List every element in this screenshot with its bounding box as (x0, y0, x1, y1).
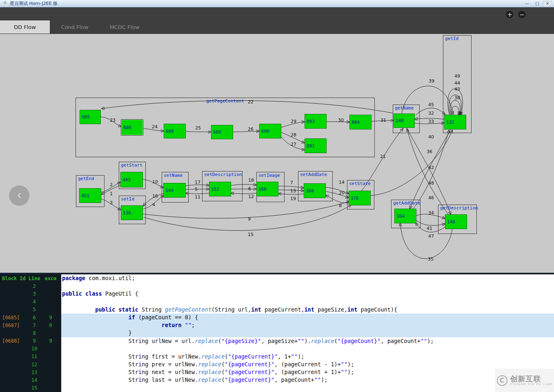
code-line: String last = urlNew.replace("{pageCurre… (61, 376, 554, 384)
flow-node-176[interactable]: 176 (349, 191, 371, 205)
close-button[interactable]: × (543, 1, 552, 7)
code-view[interactable]: package com.moxi.util;public class PageU… (61, 274, 554, 392)
edge-label: 31 (380, 118, 386, 123)
edge-label: 22 (248, 99, 254, 105)
flow-node-690[interactable]: 690 (259, 124, 281, 138)
flow-node-894[interactable]: 894 (349, 115, 372, 129)
edge-label: 9 (248, 216, 251, 222)
zoom-out-button[interactable]: − (518, 10, 526, 19)
app-logo-icon (2, 0, 8, 7)
flow-node-160[interactable]: 160 (256, 182, 278, 196)
gutter-row[interactable]: 3 (0, 290, 61, 298)
edge-label: 42 (428, 165, 434, 170)
code-panel: Block Id Line exce 2345[0685]69[0687]708… (0, 274, 554, 392)
titlebar: 星云测试 Horn-J2EE 版 — □ × (0, 0, 554, 7)
gutter-row[interactable]: 2 (0, 282, 61, 290)
gutter-row[interactable]: 13 (0, 368, 61, 376)
tab-dd-flow[interactable]: DD Flow (0, 20, 50, 33)
gutter-header-exec: exce (42, 276, 59, 281)
edge-label: 36 (427, 149, 432, 154)
maximize-button[interactable]: □ (533, 1, 542, 7)
line-number-cell: 4 (26, 299, 42, 305)
flow-node-689[interactable]: 689 (211, 125, 233, 139)
flow-edge (143, 201, 349, 218)
line-number-cell: 7 (26, 323, 42, 328)
code-line: return ""; (61, 321, 554, 329)
gutter-row[interactable]: [0687]70 (0, 321, 61, 329)
flow-node-686[interactable]: 686 (121, 120, 143, 135)
code-line: String prev = urlNew.replace("{pageCurre… (61, 361, 554, 368)
gutter-row[interactable]: 15 (0, 384, 61, 392)
flow-node-443[interactable]: 443 (120, 172, 143, 187)
edge-label: 20 (339, 190, 345, 196)
code-line (61, 345, 554, 353)
gutter-row[interactable]: 14 (0, 376, 61, 384)
edge-label: 5 (195, 187, 198, 192)
edge-label: 28 (291, 132, 296, 138)
edge-label: 18 (248, 178, 254, 183)
edge-label: 13 (290, 188, 296, 194)
line-number-cell: 15 (26, 385, 42, 391)
flow-node-891[interactable]: 891 (305, 138, 327, 153)
exec-count-cell: 9 (42, 338, 59, 344)
gutter-row[interactable]: [0688]99 (0, 337, 61, 345)
gutter-row[interactable]: 8 (0, 329, 61, 337)
window-controls: — □ × (523, 1, 552, 7)
edge-label: 27 (291, 142, 296, 147)
line-number-cell: 14 (26, 377, 42, 383)
line-number-cell: 6 (26, 315, 42, 321)
block-id-cell: [0687] (0, 323, 26, 328)
flow-node-152[interactable]: 152 (209, 182, 231, 196)
flow-node-148[interactable]: 148 (445, 214, 467, 229)
edge-label: 3 (110, 200, 113, 205)
code-gutter: Block Id Line exce 2345[0685]69[0687]708… (0, 274, 61, 392)
gutter-row[interactable]: 4 (0, 298, 61, 306)
watermark-text: 创新互联 CHUANG XIN HU LIAN (510, 375, 552, 386)
edge-label: 38 (454, 95, 460, 100)
flow-canvas[interactable]: getPageContentgetNamegetIdgetStartgetEnd… (0, 33, 554, 273)
gutter-row[interactable]: 5 (0, 306, 61, 314)
flow-edge (416, 220, 445, 225)
flow-node-136[interactable]: 136 (121, 205, 143, 220)
edge-label: 35 (428, 256, 434, 262)
gutter-row[interactable]: 11 (0, 353, 61, 361)
edge-label: 1 (110, 191, 113, 196)
flow-node-164[interactable]: 164 (394, 209, 416, 223)
gutter-row[interactable]: [0685]69 (0, 314, 61, 321)
zoom-in-button[interactable]: + (505, 10, 514, 19)
edge-label: 32 (428, 111, 434, 116)
flow-node-685[interactable]: 685 (80, 110, 101, 124)
edge-label: 4 (152, 202, 155, 207)
flow-edge (371, 130, 452, 196)
flow-node-893[interactable]: 893 (305, 114, 327, 129)
flow-node-688[interactable]: 688 (164, 124, 186, 138)
gutter-row[interactable]: 10 (0, 345, 61, 353)
line-number-cell: 3 (26, 291, 42, 297)
flow-edge (278, 194, 304, 194)
gutter-header-line: Line (26, 276, 42, 281)
flow-node-144[interactable]: 144 (163, 183, 186, 198)
line-number-cell: 12 (26, 362, 42, 368)
gutter-row[interactable]: 12 (0, 361, 61, 368)
exec-count-cell: 9 (42, 315, 59, 321)
edge-label: 16 (152, 194, 158, 199)
edge-label: 29 (291, 119, 296, 124)
prev-arrow-button[interactable]: ‹ (9, 185, 29, 206)
gutter-header: Block Id Line exce (0, 274, 61, 282)
edge-label: 30 (338, 118, 344, 123)
tab-mcdc-flow[interactable]: MCDC Flow (100, 20, 149, 33)
flow-node-140[interactable]: 140 (394, 114, 415, 128)
minimize-button[interactable]: — (523, 1, 532, 7)
edge-label: 45 (428, 102, 434, 107)
watermark-logo-icon: C (497, 375, 507, 386)
flow-node-168[interactable]: 168 (304, 183, 326, 198)
edge-label: 15 (248, 232, 254, 237)
code-line: package com.moxi.util; (61, 274, 554, 282)
flow-edge (102, 100, 393, 113)
tab-cond-flow[interactable]: Cond Flow (50, 20, 100, 33)
flow-node-132[interactable]: 132 (444, 115, 466, 129)
flow-edge (233, 131, 259, 132)
flow-node-451[interactable]: 451 (79, 188, 101, 203)
flow-edge (186, 193, 209, 194)
edge-label: 49 (454, 74, 460, 79)
